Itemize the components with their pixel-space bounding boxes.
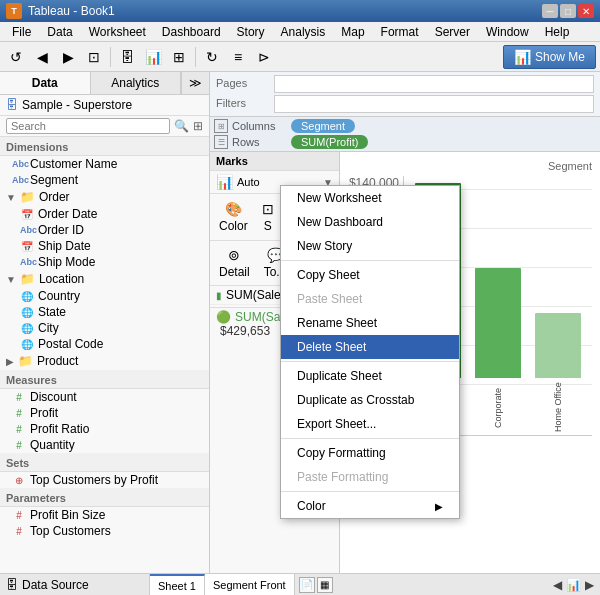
title-controls: ─ □ ✕ xyxy=(542,4,594,18)
ctx-label: New Story xyxy=(297,239,352,253)
param-top-customers[interactable]: # Top Customers xyxy=(0,523,209,539)
menu-worksheet[interactable]: Worksheet xyxy=(81,23,154,41)
toolbar-forward-btn[interactable]: ▶ xyxy=(56,45,80,69)
close-button[interactable]: ✕ xyxy=(578,4,594,18)
toolbar-connect-btn[interactable]: 🗄 xyxy=(115,45,139,69)
field-city[interactable]: 🌐 City xyxy=(0,320,209,336)
status-datasource[interactable]: 🗄 Data Source xyxy=(0,574,150,595)
maximize-button[interactable]: □ xyxy=(560,4,576,18)
dimensions-header: Dimensions xyxy=(0,137,209,156)
ctx-new-worksheet[interactable]: New Worksheet xyxy=(281,186,459,210)
bar-home-office[interactable] xyxy=(535,313,582,378)
field-customer-name[interactable]: Abc Customer Name xyxy=(0,156,209,172)
bar-corporate[interactable] xyxy=(475,268,522,378)
menu-help[interactable]: Help xyxy=(537,23,578,41)
toolbar-undo-btn[interactable]: ↺ xyxy=(4,45,28,69)
status-sheet-active[interactable]: Segment Front xyxy=(205,574,295,595)
search-icon[interactable]: 🔍 xyxy=(174,119,189,133)
ctx-paste-formatting[interactable]: Paste Formatting xyxy=(281,465,459,489)
menu-dashboard[interactable]: Dashboard xyxy=(154,23,229,41)
detail-icon: ⊚ xyxy=(228,247,240,263)
marks-detail-btn[interactable]: ⊚ Detail xyxy=(213,243,256,283)
ctx-new-dashboard[interactable]: New Dashboard xyxy=(281,210,459,234)
search-input[interactable] xyxy=(6,118,170,134)
menu-window[interactable]: Window xyxy=(478,23,537,41)
pages-shelf[interactable] xyxy=(274,75,594,93)
menu-story[interactable]: Story xyxy=(229,23,273,41)
search-bar: 🔍 ⊞ xyxy=(0,116,209,137)
marks-size-btn[interactable]: ⊡ S xyxy=(256,197,280,237)
field-profit-ratio[interactable]: # Profit Ratio xyxy=(0,421,209,437)
field-order-id[interactable]: Abc Order ID xyxy=(0,222,209,238)
nav-right-icon[interactable]: ▶ xyxy=(585,578,594,592)
marks-color-btn[interactable]: 🎨 Color xyxy=(213,197,254,237)
menu-data[interactable]: Data xyxy=(39,23,80,41)
ctx-color[interactable]: Color ▶ xyxy=(281,494,459,518)
tab-analytics[interactable]: Analytics xyxy=(91,72,182,94)
ctx-duplicate-crosstab[interactable]: Duplicate as Crosstab xyxy=(281,388,459,412)
ctx-copy-sheet[interactable]: Copy Sheet xyxy=(281,263,459,287)
toolbar-refresh-btn[interactable]: ↻ xyxy=(200,45,224,69)
main-layout: Data Analytics ≫ 🗄 Sample - Superstore 🔍… xyxy=(0,72,600,573)
ctx-duplicate-sheet[interactable]: Duplicate Sheet xyxy=(281,364,459,388)
ctx-sep xyxy=(281,260,459,261)
toolbar-sort-btn[interactable]: ≡ xyxy=(226,45,250,69)
bar-label-home-office: Home Office xyxy=(553,380,563,435)
show-me-button[interactable]: 📊 Show Me xyxy=(503,45,596,69)
minimize-button[interactable]: ─ xyxy=(542,4,558,18)
set-top-customers[interactable]: ⊕ Top Customers by Profit xyxy=(0,472,209,488)
expand-icon[interactable]: ⊞ xyxy=(193,119,203,133)
toolbar-home-btn[interactable]: ⊡ xyxy=(82,45,106,69)
menu-format[interactable]: Format xyxy=(373,23,427,41)
window-title: Tableau - Book1 xyxy=(28,4,115,18)
ctx-new-story[interactable]: New Story xyxy=(281,234,459,258)
folder-order[interactable]: ▼ 📁 Order xyxy=(0,188,209,206)
size-icon: ⊡ xyxy=(262,201,274,217)
ctx-paste-sheet[interactable]: Paste Sheet xyxy=(281,287,459,311)
field-segment[interactable]: Abc Segment xyxy=(0,172,209,188)
menu-analysis[interactable]: Analysis xyxy=(273,23,334,41)
status-add-dash-btn[interactable]: ▦ xyxy=(317,577,333,593)
field-discount[interactable]: # Discount xyxy=(0,389,209,405)
panel-expand-btn[interactable]: ≫ xyxy=(181,72,209,94)
field-ship-date[interactable]: 📅 Ship Date xyxy=(0,238,209,254)
marks-header: Marks xyxy=(210,152,339,171)
ctx-export-sheet[interactable]: Export Sheet... xyxy=(281,412,459,436)
field-state[interactable]: 🌐 State xyxy=(0,304,209,320)
ctx-label: Paste Formatting xyxy=(297,470,388,484)
status-nav-icons: ◀ 📊 ▶ xyxy=(553,578,600,592)
chart-icon[interactable]: 📊 xyxy=(566,578,581,592)
nav-left-icon[interactable]: ◀ xyxy=(553,578,562,592)
field-label: City xyxy=(38,321,59,335)
folder-product[interactable]: ▶ 📁 Product xyxy=(0,352,209,370)
show-me-label: Show Me xyxy=(535,50,585,64)
ctx-rename-sheet[interactable]: Rename Sheet xyxy=(281,311,459,335)
field-profit[interactable]: # Profit xyxy=(0,405,209,421)
field-country[interactable]: 🌐 Country xyxy=(0,288,209,304)
marks-type-icon: 📊 xyxy=(216,174,233,190)
rows-pill[interactable]: SUM(Profit) xyxy=(291,135,368,149)
toolbar-back-btn[interactable]: ◀ xyxy=(30,45,54,69)
status-add-sheet-btn[interactable]: 📄 xyxy=(299,577,315,593)
ctx-copy-formatting[interactable]: Copy Formatting xyxy=(281,441,459,465)
columns-pill[interactable]: Segment xyxy=(291,119,355,133)
toolbar-filter-btn[interactable]: ⊳ xyxy=(252,45,276,69)
filters-shelf[interactable] xyxy=(274,95,594,113)
toolbar-chart-btn[interactable]: 📊 xyxy=(141,45,165,69)
folder-location[interactable]: ▼ 📁 Location xyxy=(0,270,209,288)
tab-data[interactable]: Data xyxy=(0,72,91,94)
columns-rows-area: ⊞ Columns Segment ☰ Rows SUM(Profit) xyxy=(210,117,600,152)
field-order-date[interactable]: 📅 Order Date xyxy=(0,206,209,222)
folder-label: Order xyxy=(39,190,70,204)
field-ship-mode[interactable]: Abc Ship Mode xyxy=(0,254,209,270)
menu-file[interactable]: File xyxy=(4,23,39,41)
menu-server[interactable]: Server xyxy=(427,23,478,41)
ctx-delete-sheet[interactable]: Delete Sheet xyxy=(281,335,459,359)
abc-icon: Abc xyxy=(20,257,34,267)
toolbar-grid-btn[interactable]: ⊞ xyxy=(167,45,191,69)
field-quantity[interactable]: # Quantity xyxy=(0,437,209,453)
param-profit-bin[interactable]: # Profit Bin Size xyxy=(0,507,209,523)
menu-map[interactable]: Map xyxy=(333,23,372,41)
field-postal-code[interactable]: 🌐 Postal Code xyxy=(0,336,209,352)
status-sheet1[interactable]: Sheet 1 xyxy=(150,574,205,595)
